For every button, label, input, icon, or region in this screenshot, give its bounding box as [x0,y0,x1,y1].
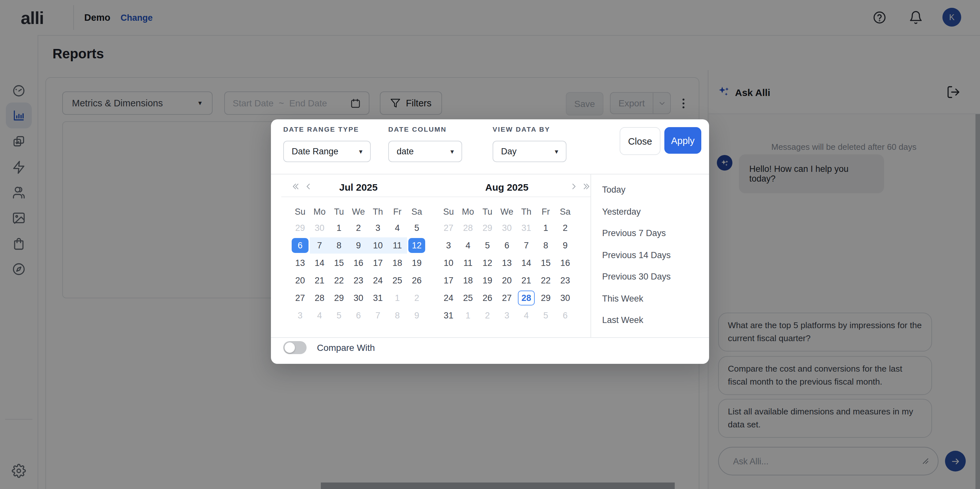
calendar-day[interactable]: 25 [458,289,478,307]
calendar-day[interactable]: 10 [439,254,458,272]
calendar-day[interactable]: 30 [497,219,517,237]
calendar-day[interactable]: 16 [349,254,368,272]
calendar-day[interactable]: 14 [517,254,536,272]
calendar-day[interactable]: 4 [517,307,536,324]
calendar-day[interactable]: 14 [310,254,329,272]
prev-month-button[interactable] [302,180,314,192]
calendar-day[interactable]: 29 [290,219,310,237]
calendar-day[interactable]: 2 [349,219,368,237]
calendar-day[interactable]: 9 [407,307,426,324]
preset-option[interactable]: Yesterday [602,201,706,223]
calendar-day[interactable]: 26 [407,272,426,289]
calendar-day[interactable]: 19 [407,254,426,272]
calendar-day[interactable]: 24 [368,272,388,289]
calendar-day[interactable]: 21 [310,272,329,289]
preset-option[interactable]: This Week [602,288,706,309]
calendar-day[interactable]: 3 [290,307,310,324]
date-range-type-select[interactable]: Date Range ▼ [283,141,371,162]
calendar-day[interactable]: 26 [478,289,497,307]
calendar-day[interactable]: 5 [329,307,349,324]
calendar-day[interactable]: 5 [536,307,555,324]
calendar-day[interactable]: 27 [439,219,458,237]
preset-option[interactable]: Today [602,179,706,201]
date-column-select[interactable]: date ▼ [388,141,462,162]
calendar-day[interactable]: 10 [368,237,388,253]
close-button[interactable]: Close [620,127,660,155]
calendar-day[interactable]: 29 [478,219,497,237]
calendar-day[interactable]: 16 [555,254,575,272]
calendar-day[interactable]: 30 [349,289,368,307]
calendar-day[interactable]: 6 [555,307,575,324]
next-month-button[interactable] [568,180,579,192]
calendar-day[interactable]: 2 [555,219,575,237]
preset-option[interactable]: Previous 30 Days [602,266,706,288]
calendar-day[interactable]: 31 [517,219,536,237]
calendar-day[interactable]: 17 [439,272,458,289]
calendar-day[interactable]: 29 [329,289,349,307]
calendar-day[interactable]: 20 [290,272,310,289]
calendar-day[interactable]: 4 [310,307,329,324]
calendar-day[interactable]: 11 [388,237,407,253]
calendar-day[interactable]: 8 [329,237,349,253]
calendar-day[interactable]: 24 [439,289,458,307]
calendar-day[interactable]: 8 [536,237,555,254]
preset-option[interactable]: Previous 7 Days [602,223,706,244]
calendar-day[interactable]: 6 [497,237,517,254]
calendar-day[interactable]: 15 [536,254,555,272]
calendar-day[interactable]: 7 [310,237,329,253]
calendar-day[interactable]: 18 [458,272,478,289]
calendar-day[interactable]: 7 [368,307,388,324]
calendar-day[interactable]: 15 [329,254,349,272]
calendar-day[interactable]: 28 [310,289,329,307]
calendar-day[interactable]: 11 [458,254,478,272]
calendar-day[interactable]: 21 [517,272,536,289]
calendar-day[interactable]: 3 [368,219,388,237]
view-data-by-select[interactable]: Day ▼ [493,141,566,162]
calendar-day[interactable]: 1 [458,307,478,324]
calendar-day[interactable]: 17 [368,254,388,272]
calendar-day[interactable]: 13 [290,254,310,272]
calendar-day[interactable]: 29 [536,289,555,307]
preset-option[interactable]: Previous 14 Days [602,244,706,266]
calendar-day[interactable]: 27 [497,289,517,307]
calendar-day[interactable]: 2 [407,289,426,307]
calendar-day[interactable]: 31 [439,307,458,324]
calendar-day[interactable]: 23 [555,272,575,289]
calendar-day[interactable]: 30 [555,289,575,307]
calendar-day[interactable]: 20 [497,272,517,289]
calendar-day[interactable]: 9 [555,237,575,254]
prev-year-button[interactable] [289,180,301,192]
compare-with-toggle[interactable] [283,341,307,354]
calendar-day[interactable]: 31 [368,289,388,307]
calendar-day[interactable]: 12 [408,238,425,253]
calendar-day[interactable]: 1 [536,219,555,237]
calendar-day[interactable]: 5 [407,219,426,237]
calendar-day[interactable]: 9 [349,237,368,253]
calendar-day[interactable]: 7 [517,237,536,254]
calendar-day[interactable]: 28 [458,219,478,237]
calendar-day[interactable]: 1 [329,219,349,237]
calendar-day[interactable]: 30 [310,219,329,237]
calendar-day[interactable]: 22 [329,272,349,289]
calendar-day[interactable]: 1 [388,289,407,307]
calendar-day[interactable]: 4 [458,237,478,254]
calendar-day[interactable]: 19 [478,272,497,289]
calendar-day[interactable]: 4 [388,219,407,237]
calendar-day[interactable]: 6 [349,307,368,324]
calendar-day[interactable]: 27 [290,289,310,307]
calendar-day[interactable]: 25 [388,272,407,289]
calendar-day[interactable]: 23 [349,272,368,289]
preset-option[interactable]: Last Week [602,309,706,331]
calendar-day[interactable]: 18 [388,254,407,272]
calendar-day[interactable]: 3 [497,307,517,324]
calendar-day[interactable]: 8 [388,307,407,324]
calendar-day[interactable]: 28 [518,291,535,306]
calendar-day[interactable]: 22 [536,272,555,289]
calendar-day[interactable]: 2 [478,307,497,324]
apply-button[interactable]: Apply [664,127,701,154]
calendar-day[interactable]: 12 [478,254,497,272]
calendar-day[interactable]: 3 [439,237,458,254]
calendar-day[interactable]: 5 [478,237,497,254]
calendar-day[interactable]: 6 [292,238,309,253]
calendar-day[interactable]: 13 [497,254,517,272]
